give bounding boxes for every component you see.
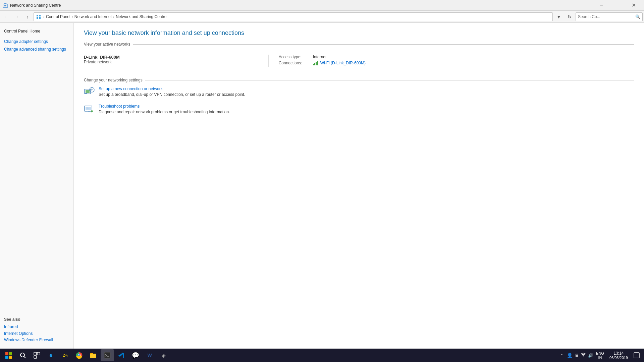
start-button[interactable] [2, 349, 15, 361]
dropdown-button[interactable]: ▼ [554, 12, 564, 21]
taskbar-tray: ⌃ 👤 🖥 🔊 [558, 349, 593, 361]
new-connection-content: Set up a new connection or network Set u… [99, 86, 634, 97]
whatsapp-taskbar-button[interactable]: 💬 [129, 349, 142, 361]
main-container: Control Panel Home Change adapter settin… [0, 23, 644, 349]
search-taskbar-button[interactable] [16, 349, 30, 361]
sidebar-item-change-adapter[interactable]: Change adapter settings [4, 39, 69, 45]
section-divider [133, 44, 634, 45]
user-icon: 👤 [567, 353, 573, 358]
minimize-button[interactable]: − [594, 0, 609, 11]
hidden-icons-button[interactable]: ⌃ [558, 349, 565, 361]
connection-name: Wi-Fi (D-Link_DIR-600M) [320, 61, 366, 65]
settings-section: Change your networking settings [84, 78, 634, 115]
ie-taskbar-button[interactable]: e [44, 349, 58, 361]
window-icon [3, 3, 8, 8]
sidebar-item-change-advanced-sharing[interactable]: Change advanced sharing settings [4, 46, 69, 53]
lang-code: ENG [596, 351, 604, 355]
new-connection-item: Set up a new connection or network Set u… [84, 86, 634, 97]
networking-settings-label: Change your networking settings [84, 78, 143, 82]
control-panel-icon [36, 14, 41, 19]
page-title: View your basic network information and … [84, 29, 634, 37]
connections-row: Connections: Wi-Fi (D-Link_DIR-600M) [279, 61, 634, 65]
terminal-taskbar-button[interactable] [101, 349, 114, 361]
access-type-label: Access type: [279, 55, 309, 59]
wifi-icon [313, 61, 318, 65]
lang-region: IN [596, 355, 604, 359]
address-path: › Control Panel › Network and Internet ›… [34, 12, 553, 21]
svg-rect-2 [37, 15, 38, 16]
app-taskbar-button[interactable]: ◈ [157, 349, 170, 361]
notification-button[interactable] [631, 349, 642, 361]
troubleshoot-desc: Diagnose and repair network problems or … [99, 110, 230, 114]
svg-rect-11 [86, 107, 91, 110]
breadcrumb-sep-2: › [72, 14, 73, 19]
troubleshoot-title[interactable]: Troubleshoot problems [99, 104, 634, 109]
see-also-section: See also Infrared Internet Options Windo… [4, 312, 69, 343]
network-card: D-Link_DIR-600M Private network Access t… [84, 51, 634, 71]
sidebar-item-infrared[interactable]: Infrared [4, 324, 69, 330]
svg-rect-16 [5, 356, 8, 359]
network-right: Access type: Internet Connections: Wi-Fi [269, 55, 634, 67]
display-icon: 🖥 [575, 353, 579, 358]
volume-icon: 🔊 [588, 353, 593, 358]
up-button[interactable]: ↑ [23, 12, 32, 21]
sidebar-item-internet-options[interactable]: Internet Options [4, 330, 69, 337]
network-left: D-Link_DIR-600M Private network [84, 55, 269, 67]
svg-rect-5 [39, 17, 41, 19]
svg-rect-27 [104, 352, 110, 358]
breadcrumb-control-panel[interactable]: Control Panel [46, 14, 70, 19]
svg-point-18 [20, 353, 24, 357]
svg-rect-7 [86, 90, 90, 93]
troubleshoot-content: Troubleshoot problems Diagnose and repai… [99, 104, 634, 114]
taskbar-date: 06/06/2019 [609, 356, 628, 360]
network-type: Private network [84, 60, 262, 64]
breadcrumb-network-internet[interactable]: Network and Internet [74, 14, 112, 19]
search-box: 🔍 [576, 12, 643, 21]
window-controls: − □ ✕ [594, 0, 641, 11]
taskbar-clock[interactable]: 13:14 06/06/2019 [607, 351, 631, 360]
store-taskbar-button[interactable]: 🛍 [58, 349, 72, 361]
vscode-taskbar-button[interactable] [115, 349, 128, 361]
file-explorer-taskbar-button[interactable] [87, 349, 100, 361]
connections-label: Connections: [279, 61, 309, 65]
close-button[interactable]: ✕ [626, 0, 641, 11]
maximize-button[interactable]: □ [610, 0, 625, 11]
chrome-taskbar-button[interactable] [72, 349, 86, 361]
task-view-button[interactable] [30, 349, 44, 361]
search-input[interactable] [578, 14, 635, 19]
svg-rect-22 [34, 356, 37, 358]
svg-rect-17 [9, 356, 12, 359]
wifi-tray-icon [581, 353, 586, 358]
troubleshoot-icon [84, 104, 95, 115]
forward-button[interactable]: → [12, 12, 21, 21]
connection-link[interactable]: Wi-Fi (D-Link_DIR-600M) [313, 61, 366, 65]
back-button[interactable]: ← [1, 12, 11, 21]
search-icon: 🔍 [635, 14, 640, 19]
content-area: View your basic network information and … [74, 23, 644, 349]
svg-rect-3 [39, 15, 41, 16]
sidebar-item-windows-defender[interactable]: Windows Defender Firewall [4, 337, 69, 343]
sidebar-item-control-panel-home[interactable]: Control Panel Home [4, 28, 69, 35]
sidebar: Control Panel Home Change adapter settin… [0, 23, 74, 349]
see-also-title: See also [4, 317, 69, 322]
breadcrumb-sep-1: › [43, 14, 45, 19]
address-bar: ← → ↑ › Control Panel › Network and Inte… [0, 11, 644, 23]
new-connection-title[interactable]: Set up a new connection or network [99, 86, 634, 91]
title-bar: Network and Sharing Centre − □ ✕ [0, 0, 644, 11]
svg-rect-1 [4, 5, 6, 6]
taskbar-time: 13:14 [609, 351, 628, 356]
word-taskbar-button[interactable]: W [143, 349, 156, 361]
new-connection-desc: Set up a broadband, dial-up or VPN conne… [99, 92, 245, 97]
active-networks-header: View your active networks [84, 42, 634, 47]
troubleshoot-item: Troubleshoot problems Diagnose and repai… [84, 104, 634, 115]
window-title: Network and Sharing Centre [10, 3, 594, 8]
refresh-button[interactable]: ↻ [565, 12, 574, 21]
breadcrumb-current: Network and Sharing Centre [116, 14, 166, 19]
new-connection-icon [84, 86, 95, 97]
breadcrumb-sep-3: › [113, 14, 114, 19]
svg-rect-14 [5, 352, 8, 355]
taskbar: e 🛍 💬 W ◈ ⌃ 👤 [0, 349, 644, 362]
taskbar-language: ENG IN [594, 351, 606, 359]
svg-rect-15 [9, 352, 12, 355]
networking-settings-header: Change your networking settings [84, 78, 634, 82]
